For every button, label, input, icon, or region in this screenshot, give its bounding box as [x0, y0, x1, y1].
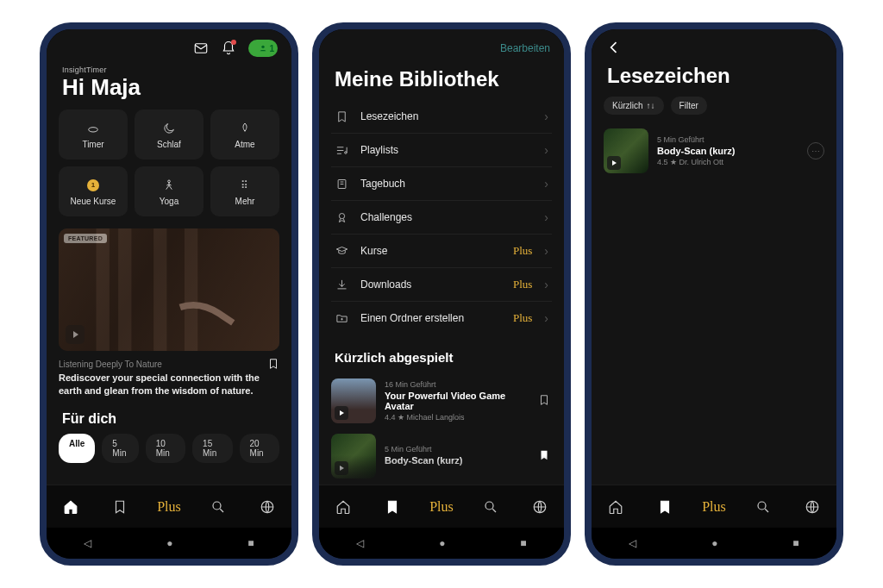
nav-recent-icon[interactable]: ■	[520, 537, 526, 549]
chip-15min[interactable]: 15 Min	[192, 434, 232, 463]
row-journal[interactable]: Tagebuch›	[331, 167, 552, 201]
nav-recent-icon[interactable]: ■	[247, 537, 254, 549]
tab-search[interactable]	[482, 498, 499, 516]
featured-card[interactable]: FEATURED	[59, 228, 279, 351]
row-create-folder[interactable]: Einen Ordner erstellenPlus›	[331, 302, 552, 335]
plus-badge: Plus	[513, 244, 532, 258]
row-label: Lesezeichen	[360, 110, 532, 122]
track-item[interactable]: 16 Min Geführt Your Powerful Video Game …	[319, 373, 564, 428]
chip-20min[interactable]: 20 Min	[240, 434, 279, 463]
play-icon[interactable]	[607, 156, 621, 170]
tab-plus[interactable]: Plus	[160, 498, 178, 516]
chevron-icon: ›	[544, 311, 548, 325]
row-downloads[interactable]: DownloadsPlus›	[331, 268, 552, 302]
play-icon[interactable]	[335, 461, 348, 475]
brand-label: InsightTimer	[47, 64, 291, 74]
tab-home[interactable]	[607, 498, 624, 516]
tile-label: Schlaf	[157, 140, 181, 149]
chip-5min[interactable]: 5 Min	[102, 434, 138, 463]
bookmark-icon[interactable]	[267, 358, 279, 370]
plus-badge: Plus	[513, 278, 532, 291]
chevron-icon: ›	[544, 244, 548, 258]
track-item[interactable]: 5 Min Geführt Body-Scan (kurz) 4.5 ★ Dr.…	[592, 123, 836, 178]
quick-tiles: Timer Schlaf Atme 1Neue Kurse Yoga ⠿Mehr	[47, 109, 291, 216]
row-label: Einen Ordner erstellen	[360, 312, 501, 324]
page-title: Meine Bibliothek	[319, 64, 564, 100]
topbar: 1	[47, 29, 291, 64]
svg-point-4	[213, 502, 221, 510]
tab-search[interactable]	[755, 498, 772, 516]
tile-more[interactable]: ⠿Mehr	[210, 166, 279, 216]
phone-bookmarks: Lesezeichen Kürzlich ↑↓ Filter 5 Min Gef…	[585, 22, 843, 566]
topbar	[592, 29, 836, 60]
chevron-icon: ›	[544, 278, 548, 291]
bookmark-icon[interactable]	[538, 449, 552, 463]
mail-icon[interactable]	[193, 41, 209, 56]
greeting: Hi Maja	[47, 74, 291, 109]
bookmark-icon[interactable]	[538, 394, 552, 408]
tab-community[interactable]	[531, 498, 548, 516]
row-playlists[interactable]: Playlists›	[331, 134, 552, 167]
tab-library[interactable]	[384, 498, 401, 516]
chevron-icon: ›	[544, 143, 548, 157]
duration-chips: Alle 5 Min 10 Min 15 Min 20 Min	[47, 434, 291, 463]
page-title: Lesezeichen	[592, 60, 836, 97]
sort-button[interactable]: Kürzlich ↑↓	[604, 97, 664, 115]
tabbar: Plus	[319, 485, 564, 528]
chip-10min[interactable]: 10 Min	[146, 434, 185, 463]
svg-point-9	[485, 502, 493, 510]
track-title: Body-Scan (kurz)	[385, 455, 529, 466]
library-list: Lesezeichen› Playlists› Tagebuch› Challe…	[319, 100, 564, 335]
row-bookmarks[interactable]: Lesezeichen›	[331, 100, 552, 134]
edit-button[interactable]: Bearbeiten	[500, 42, 550, 54]
row-label: Tagebuch	[360, 178, 532, 190]
featured-subtitle: Listening Deeply To Nature	[59, 360, 162, 369]
tabbar: Plus	[592, 485, 836, 528]
tab-community[interactable]	[804, 498, 821, 516]
tile-breathe[interactable]: Atme	[210, 109, 279, 160]
more-icon[interactable]: ⋯	[807, 142, 824, 160]
tabbar: Plus	[47, 485, 291, 528]
tab-plus[interactable]: Plus	[705, 498, 723, 516]
chevron-icon: ›	[544, 109, 548, 123]
tab-plus[interactable]: Plus	[433, 498, 450, 516]
tab-home[interactable]	[335, 498, 352, 516]
tile-courses[interactable]: 1Neue Kurse	[59, 166, 128, 216]
chip-all[interactable]: Alle	[59, 434, 95, 463]
track-meta: 5 Min Geführt	[657, 135, 798, 144]
bell-icon[interactable]	[221, 41, 236, 56]
chevron-icon: ›	[544, 210, 548, 224]
track-item[interactable]: 5 Min Geführt Body-Scan (kurz)	[319, 428, 564, 484]
tile-label: Neue Kurse	[71, 197, 116, 206]
tab-search[interactable]	[210, 498, 227, 516]
back-button[interactable]	[605, 38, 624, 57]
tile-sleep[interactable]: Schlaf	[135, 109, 204, 160]
play-icon[interactable]	[335, 406, 348, 420]
phone-library: Bearbeiten Meine Bibliothek Lesezeichen›…	[312, 22, 571, 566]
track-meta: 16 Min Geführt	[385, 380, 529, 389]
row-challenges[interactable]: Challenges›	[331, 201, 552, 235]
tab-community[interactable]	[259, 498, 276, 516]
tile-label: Atme	[235, 140, 254, 149]
track-thumb	[604, 128, 648, 173]
nav-home-icon[interactable]: ●	[439, 537, 445, 549]
nav-home-icon[interactable]: ●	[711, 537, 717, 549]
sort-label: Kürzlich	[612, 101, 643, 110]
tab-library[interactable]	[111, 498, 128, 516]
nav-back-icon[interactable]: ◁	[84, 537, 91, 549]
track-title: Body-Scan (kurz)	[657, 146, 798, 156]
nav-home-icon[interactable]: ●	[166, 537, 172, 549]
nav-back-icon[interactable]: ◁	[629, 537, 636, 549]
nav-back-icon[interactable]: ◁	[356, 537, 364, 549]
chevron-icon: ›	[544, 177, 548, 191]
nav-recent-icon[interactable]: ■	[792, 537, 798, 549]
filter-button[interactable]: Filter	[671, 97, 707, 115]
tile-label: Mehr	[235, 197, 255, 206]
svg-point-11	[758, 502, 766, 510]
avatar-badge[interactable]: 1	[248, 40, 278, 57]
tab-library[interactable]	[656, 498, 673, 516]
tile-yoga[interactable]: Yoga	[135, 166, 204, 216]
row-courses[interactable]: KursePlus›	[331, 235, 552, 268]
tab-home[interactable]	[62, 498, 79, 516]
tile-timer[interactable]: Timer	[59, 109, 128, 160]
